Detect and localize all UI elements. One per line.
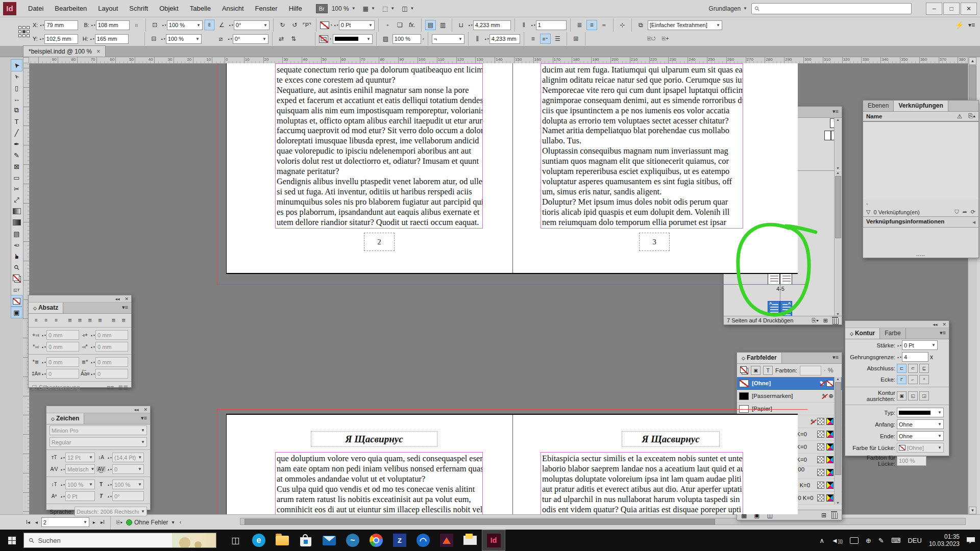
stroke-panel-menu-icon[interactable]: ▾≡	[937, 328, 949, 339]
taskbar-indesign-icon[interactable]: Id	[482, 530, 505, 551]
menu-tabelle[interactable]: Tabelle	[184, 3, 216, 14]
reference-point-proxy[interactable]	[18, 26, 29, 36]
hand-icon[interactable]: ☛	[11, 251, 22, 262]
screen-mode-dropdown[interactable]: ⬚▼	[379, 4, 398, 13]
page-icon[interactable]: ▯	[11, 82, 22, 93]
wrap-none-icon[interactable]: ▤	[425, 20, 436, 30]
stroke-weight-spinner[interactable]: ▲▼	[897, 344, 900, 346]
links-name-column-header[interactable]: Name	[866, 113, 882, 119]
gutter-field[interactable]: 4,233 mm	[489, 34, 520, 44]
start-button[interactable]	[0, 530, 23, 551]
autofit-icon[interactable]: ⊞	[571, 34, 581, 44]
paragraph-align-away-spine-button[interactable]: ≣	[119, 316, 128, 324]
font-size-spinner[interactable]: ▲▼	[60, 457, 64, 459]
rotate-cw-icon[interactable]: ↻	[277, 20, 288, 30]
columns-field[interactable]: 1	[536, 20, 567, 30]
menu-objekt[interactable]: Objekt	[154, 3, 184, 14]
text-frame-page-6[interactable]: que doluptium volore vero quia quam, sed…	[275, 452, 483, 514]
page-number-dropdown[interactable]: 2▼	[41, 517, 89, 527]
arrange-documents-dropdown[interactable]: ◫▼	[399, 4, 417, 13]
height-spinner[interactable]: ▲▼	[90, 38, 93, 40]
zoom-icon[interactable]: ⚲	[11, 262, 22, 273]
rotation-field[interactable]: 0°▼	[234, 20, 270, 30]
space-before-field[interactable]: 0 mm	[46, 357, 79, 367]
pen-icon[interactable]: ✒	[11, 138, 22, 149]
dropcap-chars-field[interactable]: 0	[95, 369, 128, 379]
tray-notifications-icon[interactable]	[967, 537, 975, 544]
align-baseline-icon[interactable]: ≡⁼	[540, 34, 551, 44]
line-icon[interactable]: ╱	[11, 127, 22, 138]
panel-collapse-icon[interactable]: ◂◂	[115, 296, 119, 302]
tray-display-icon[interactable]	[850, 537, 859, 544]
content-collector-icon[interactable]: ⧉	[11, 105, 22, 116]
tray-volume-icon[interactable]: ◄)))	[831, 537, 843, 544]
tray-keyboard-icon[interactable]: ⌨	[891, 537, 901, 544]
taskbar-explorer-icon[interactable]	[271, 530, 294, 551]
tint-field[interactable]	[800, 366, 821, 375]
dropcap-lines-spinner[interactable]: ▲▼	[41, 373, 45, 375]
panel-collapse-icon[interactable]: ◂◂	[933, 322, 937, 327]
y-spinner[interactable]: ▲▼	[39, 38, 43, 40]
tray-network-icon[interactable]: ⊕	[866, 537, 871, 544]
join-round-button[interactable]: ⌐	[908, 375, 918, 384]
stroke-color-chip[interactable]	[319, 35, 328, 43]
taskbar-email-client-icon[interactable]	[458, 530, 482, 551]
free-transform-icon[interactable]: ⤢	[11, 194, 22, 206]
flip-horizontal-icon[interactable]: ⇄	[276, 34, 287, 44]
gap-color-field[interactable]: [Ohne]▼	[897, 443, 944, 453]
scale-x-spinner[interactable]: ▲▼	[162, 24, 165, 26]
character-panel-menu-icon[interactable]: ▾≡	[138, 413, 150, 424]
indent-right-spinner[interactable]: ▲▼	[90, 334, 94, 336]
previous-page-button[interactable]: ◂	[34, 518, 39, 526]
screen-mode-button[interactable]: ▣	[11, 307, 22, 318]
quick-apply-icon[interactable]: ⚡	[954, 20, 965, 30]
document-tab[interactable]: *beispiel.indd @ 100 % ×	[23, 45, 106, 57]
constrain-proportions-icon[interactable]: ⁝⁝	[131, 20, 142, 30]
space-before-spinner[interactable]: ▲▼	[41, 361, 45, 363]
taskbar-mail-icon[interactable]	[317, 530, 341, 551]
font-family-field[interactable]: Minion Pro▼	[50, 425, 147, 435]
hyphenation-checkbox[interactable]: ☑	[32, 384, 37, 391]
gradient-icon[interactable]	[11, 206, 22, 217]
dropcap-lines-field[interactable]: 0	[46, 369, 79, 379]
scroll-down-icon[interactable]: ▼	[969, 507, 976, 514]
align-top-icon[interactable]: ≣	[574, 20, 585, 30]
tracking-field[interactable]: 0▼	[112, 464, 144, 474]
note-icon[interactable]: ▤	[11, 228, 22, 239]
window-minimize-button[interactable]: –	[926, 3, 942, 15]
taskbar-blue-app-icon[interactable]: ◠	[411, 530, 435, 551]
text-frame-page-2[interactable]: sequate conectum rerio que pa dolorum qu…	[275, 63, 483, 229]
stroke-type-field[interactable]: ▼	[897, 408, 944, 417]
x-spinner[interactable]: ▲▼	[39, 24, 43, 26]
paragraph-align-towards-spine-button[interactable]: ≣	[109, 316, 118, 324]
space-after-field[interactable]: 0 mm	[95, 357, 128, 367]
cap-butt-button[interactable]: ⊏	[897, 364, 906, 373]
gap-icon[interactable]: ↔	[11, 93, 22, 105]
tab-farbfelder[interactable]: ◇Farbfelder	[737, 353, 782, 363]
tray-chevron-icon[interactable]: ∧	[820, 537, 825, 544]
paragraph-justify-last-center-button[interactable]: ≣	[76, 316, 85, 324]
language-field[interactable]: Deutsch: 2006 Rechtschreibrefc▼	[75, 507, 147, 516]
scale-y-field[interactable]: 100 %▼	[166, 34, 202, 44]
shear-field[interactable]: 0°▼	[233, 34, 268, 44]
stroke-tint-field[interactable]: 100 %	[393, 34, 421, 44]
tab-verknuepfungen[interactable]: Verknüpfungen	[894, 101, 948, 111]
update-link-icon[interactable]: ⟳	[971, 209, 975, 215]
scale-y-spinner[interactable]: ▲▼	[161, 38, 164, 40]
effects-icon[interactable]: fx.	[407, 20, 418, 30]
last-page-button[interactable]: ▸Ι	[99, 518, 106, 526]
delete-swatch-icon[interactable]	[831, 513, 838, 519]
horizontal-scale-spinner[interactable]: ▲▼	[107, 484, 111, 486]
align-stroke-outside-button[interactable]: ◲	[919, 391, 929, 400]
cap-round-button[interactable]: ⊂	[908, 364, 918, 373]
paragraph-justify-last-left-button[interactable]: ≣	[65, 316, 75, 324]
status-collapse-icon[interactable]: ‹	[178, 518, 183, 526]
miter-field[interactable]: 4	[902, 352, 928, 362]
vertical-scale-field[interactable]: 100 %▼	[65, 480, 95, 489]
kerning-field[interactable]: Metrisch▼	[65, 464, 95, 474]
rotation-spinner[interactable]: ▲▼	[229, 24, 232, 26]
font-size-field[interactable]: 12 Pt▼	[65, 453, 95, 462]
ruler-origin-box[interactable]	[23, 57, 29, 63]
menu-schrift[interactable]: Schrift	[124, 3, 154, 14]
relink-icon[interactable]: ⛉	[954, 209, 959, 215]
